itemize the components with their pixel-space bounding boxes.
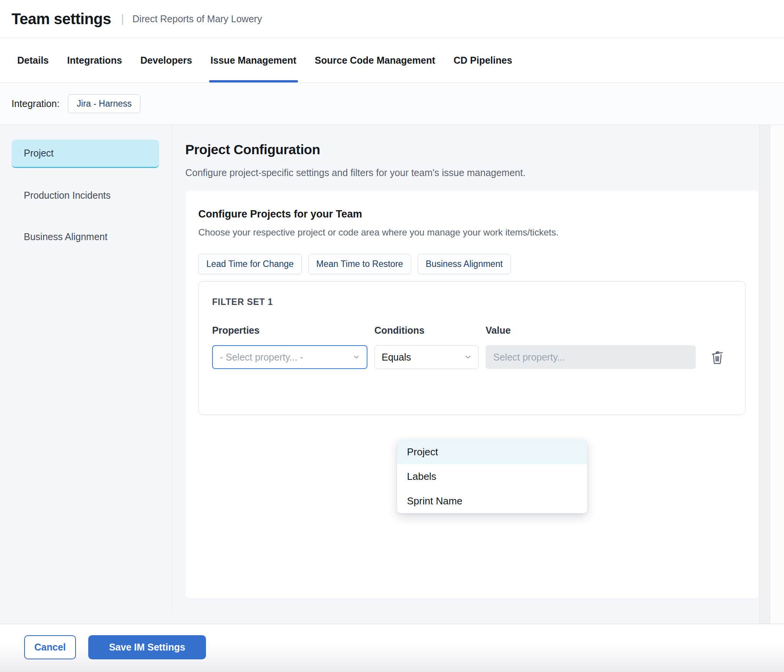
filter-set-title: FILTER SET 1 <box>212 297 745 307</box>
tab-source-code-management[interactable]: Source Code Management <box>315 38 435 82</box>
tab-issue-management[interactable]: Issue Management <box>211 38 296 82</box>
content-area: Project Production Incidents Business Al… <box>0 125 784 624</box>
page-subtitle: Direct Reports of Mary Lowery <box>132 13 262 25</box>
dropdown-option-project[interactable]: Project <box>397 440 587 464</box>
save-button[interactable]: Save IM Settings <box>88 635 206 659</box>
col-header-value: Value <box>486 325 511 336</box>
condition-select[interactable]: Equals <box>374 345 479 369</box>
dropdown-option-sprint-name[interactable]: Sprint Name <box>397 489 587 513</box>
tab-bar: Details Integrations Developers Issue Ma… <box>0 38 784 83</box>
app-header: Team settings | Direct Reports of Mary L… <box>0 0 784 38</box>
filter-row: - Select property... - Equals <box>212 345 745 369</box>
property-select-placeholder: - Select property... - <box>220 352 303 363</box>
col-header-conditions: Conditions <box>374 325 486 336</box>
delete-filter-button[interactable] <box>710 349 724 365</box>
filter-column-headers: Properties Conditions Value <box>212 325 745 336</box>
property-dropdown-menu: Project Labels Sprint Name <box>397 440 587 513</box>
title-separator: | <box>121 12 124 25</box>
chevron-down-icon <box>352 353 361 361</box>
page-title: Team settings <box>12 10 111 28</box>
tab-details[interactable]: Details <box>17 38 49 82</box>
card-title: Configure Projects for your Team <box>198 208 746 220</box>
tab-cd-pipelines[interactable]: CD Pipelines <box>454 38 512 82</box>
filter-set-panel: FILTER SET 1 Properties Conditions Value… <box>198 281 746 415</box>
property-select[interactable]: - Select property... - <box>212 345 367 369</box>
integration-label: Integration: <box>12 98 59 109</box>
integration-row: Integration: Jira - Harness <box>0 83 784 125</box>
tab-integrations[interactable]: Integrations <box>67 38 122 82</box>
card-description: Choose your respective project or code a… <box>198 227 746 238</box>
cancel-button[interactable]: Cancel <box>24 635 76 659</box>
footer-bar: Cancel Save IM Settings <box>0 624 784 672</box>
condition-select-value: Equals <box>382 352 411 363</box>
sidebar-item-production-incidents[interactable]: Production Incidents <box>12 181 159 209</box>
col-header-properties: Properties <box>212 325 367 336</box>
sidebar-item-business-alignment[interactable]: Business Alignment <box>12 222 159 251</box>
chip-business-alignment[interactable]: Business Alignment <box>418 254 511 274</box>
metric-chips: Lead Time for Change Mean Time to Restor… <box>198 254 746 274</box>
sidebar-item-project[interactable]: Project <box>12 140 159 168</box>
value-input[interactable] <box>486 345 696 369</box>
section-title: Project Configuration <box>185 142 770 157</box>
chevron-down-icon <box>464 353 472 361</box>
chip-mean-time-to-restore[interactable]: Mean Time to Restore <box>308 254 411 274</box>
main-panel: Project Configuration Configure project-… <box>172 125 770 624</box>
chip-lead-time-for-change[interactable]: Lead Time for Change <box>198 254 302 274</box>
right-gutter <box>770 125 784 624</box>
settings-sidebar: Project Production Incidents Business Al… <box>0 125 172 611</box>
section-description: Configure project-specific settings and … <box>185 167 770 178</box>
trash-icon <box>710 349 724 365</box>
configure-projects-card: Configure Projects for your Team Choose … <box>185 191 759 598</box>
dropdown-option-labels[interactable]: Labels <box>397 464 587 489</box>
tab-developers[interactable]: Developers <box>140 38 192 82</box>
integration-chip[interactable]: Jira - Harness <box>68 94 140 113</box>
